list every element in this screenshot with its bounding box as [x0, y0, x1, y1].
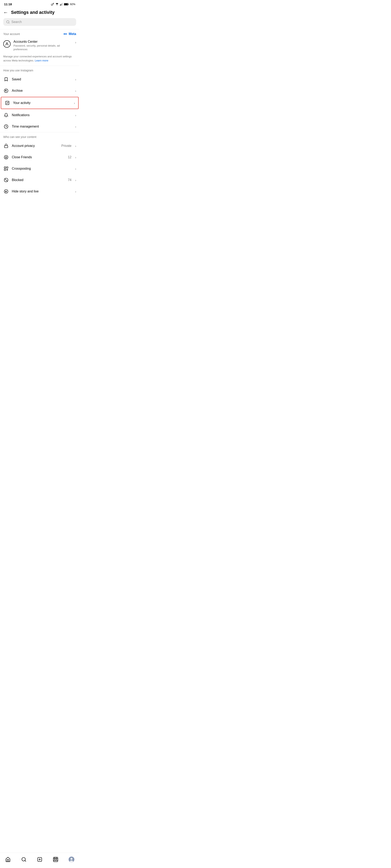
search-icon — [6, 20, 10, 24]
archive-chevron: › — [75, 89, 76, 93]
how-you-use-title: How you use Instagram — [3, 69, 33, 72]
blocked-chevron: › — [75, 178, 76, 182]
wifi-icon — [55, 3, 59, 6]
accounts-center-icon — [3, 40, 10, 48]
svg-point-1 — [57, 5, 57, 5]
search-container: Search — [0, 18, 79, 29]
notifications-chevron: › — [75, 114, 76, 117]
how-you-use-header: How you use Instagram — [0, 66, 79, 74]
saved-label: Saved — [12, 78, 72, 81]
meta-infinity-icon — [62, 32, 68, 36]
star-circle-icon — [3, 154, 9, 160]
time-management-item[interactable]: Time management › — [0, 121, 79, 132]
accounts-center-item[interactable]: Accounts Center Password, security, pers… — [0, 37, 79, 54]
your-account-title: Your account — [3, 32, 20, 36]
svg-marker-17 — [5, 156, 7, 158]
close-friends-value: 12 — [68, 155, 72, 159]
hide-story-item[interactable]: Hide story and live › — [0, 186, 79, 197]
svg-line-22 — [5, 179, 7, 182]
who-can-see-header: Who can see your content — [0, 132, 79, 140]
close-friends-item[interactable]: Close Friends 12 › — [0, 152, 79, 163]
account-privacy-chevron: › — [75, 144, 76, 148]
svg-point-16 — [4, 155, 8, 159]
crossposting-label: Crossposting — [12, 167, 72, 170]
time-management-chevron: › — [75, 125, 76, 128]
archive-item[interactable]: Archive › — [0, 85, 79, 96]
time-management-label: Time management — [12, 125, 72, 128]
who-can-see-title: Who can see your content — [3, 135, 36, 138]
accounts-center-subtitle: Password, security, personal details, ad… — [13, 44, 72, 51]
battery-percentage: 92% — [70, 3, 75, 6]
notifications-item[interactable]: Notifications › — [0, 110, 79, 121]
saved-chevron: › — [75, 78, 76, 81]
status-time: 11:18 — [4, 2, 12, 6]
your-activity-label: Your activity — [13, 101, 71, 105]
svg-point-11 — [6, 42, 8, 44]
blocked-label: Blocked — [12, 178, 65, 182]
svg-rect-5 — [62, 3, 62, 5]
blocked-icon — [3, 177, 9, 183]
notifications-label: Notifications — [12, 113, 72, 117]
meta-logo: Meta — [62, 32, 76, 36]
status-icons: 92% — [51, 3, 75, 6]
accounts-center-info: Manage your connected experiences and ac… — [0, 54, 79, 66]
your-activity-chevron: › — [74, 101, 75, 105]
close-friends-chevron: › — [75, 156, 76, 159]
close-friends-label: Close Friends — [12, 155, 65, 159]
bookmark-icon — [3, 76, 9, 82]
how-you-use-section: How you use Instagram Saved › A — [0, 66, 79, 132]
accounts-center-title: Accounts Center — [13, 40, 72, 43]
crossposting-item[interactable]: Crossposting › — [0, 163, 79, 174]
your-activity-item[interactable]: Your activity › — [1, 97, 79, 109]
lock-icon — [3, 143, 9, 149]
svg-rect-7 — [68, 4, 68, 4]
clock-icon — [3, 124, 9, 129]
svg-rect-8 — [64, 3, 67, 5]
blocked-value: 74 — [68, 178, 72, 182]
activity-icon — [4, 100, 10, 106]
crossposting-chevron: › — [75, 167, 76, 170]
svg-rect-18 — [4, 167, 6, 168]
search-placeholder-text: Search — [11, 20, 22, 24]
blocked-item[interactable]: Blocked 74 › — [0, 174, 79, 186]
svg-rect-4 — [61, 3, 62, 5]
key-icon — [51, 3, 54, 6]
page-title: Settings and activity — [11, 10, 55, 15]
svg-rect-20 — [4, 169, 6, 170]
account-privacy-item[interactable]: Account privacy Private › — [0, 140, 79, 152]
saved-item[interactable]: Saved › — [0, 74, 79, 85]
your-account-header: Your account Meta — [0, 29, 79, 37]
account-privacy-value: Private — [61, 144, 72, 148]
who-can-see-section: Who can see your content Account privacy… — [0, 132, 79, 197]
svg-rect-15 — [4, 146, 8, 148]
archive-icon — [3, 88, 9, 94]
svg-line-10 — [8, 23, 9, 23]
search-box[interactable]: Search — [3, 18, 76, 26]
header: ← Settings and activity — [0, 7, 79, 18]
your-account-section: Your account Meta Accounts Center Passwo… — [0, 29, 79, 66]
hide-story-icon — [3, 189, 9, 194]
meta-label: Meta — [69, 32, 76, 36]
back-button[interactable]: ← — [3, 9, 8, 15]
hide-story-chevron: › — [75, 190, 76, 193]
accounts-center-chevron: › — [75, 41, 76, 44]
accounts-center-text: Accounts Center Password, security, pers… — [13, 40, 72, 51]
crosspost-icon — [3, 166, 9, 172]
signal-icon — [60, 3, 63, 6]
learn-more-link[interactable]: Learn more — [35, 59, 48, 62]
account-privacy-label: Account privacy — [12, 144, 58, 148]
bell-icon — [3, 112, 9, 118]
svg-rect-19 — [6, 167, 8, 168]
svg-rect-2 — [60, 4, 60, 5]
svg-rect-3 — [61, 4, 61, 5]
status-bar: 11:18 92% — [0, 0, 79, 7]
hide-story-label: Hide story and live — [12, 190, 72, 193]
archive-label: Archive — [12, 89, 72, 93]
battery-icon — [64, 3, 69, 6]
